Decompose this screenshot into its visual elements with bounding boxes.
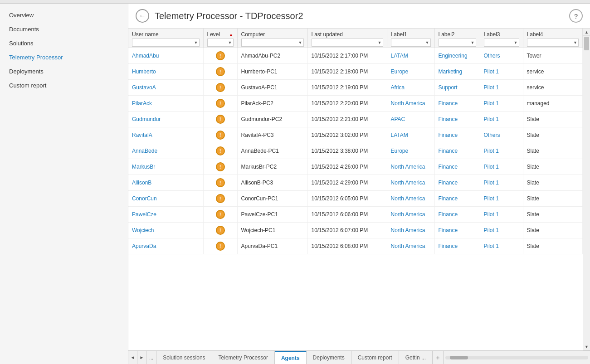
cell-label1[interactable]: North America bbox=[387, 175, 434, 191]
bottom-tab-solution-sessions[interactable]: Solution sessions bbox=[156, 351, 212, 364]
cell-computer[interactable]: AhmadAbu-PC2 bbox=[237, 48, 307, 64]
tab-next-btn[interactable]: ► bbox=[137, 351, 146, 364]
bottom-tab-gettin[interactable]: Gettin ... bbox=[399, 351, 433, 364]
filter-label1[interactable]: ▼ bbox=[391, 39, 431, 47]
cell-label1[interactable]: Europe bbox=[387, 64, 434, 80]
right-scrollbar[interactable]: ▲ ▼ bbox=[583, 29, 590, 350]
data-table-container[interactable]: User name▼Level▲▼Computer▼Last updated▼L… bbox=[128, 29, 583, 350]
cell-computer[interactable]: PilarAck-PC2 bbox=[237, 96, 307, 112]
filter-lastupdated[interactable]: ▼ bbox=[312, 39, 383, 47]
tab-scrollbar-thumb[interactable] bbox=[450, 356, 468, 359]
filter-username[interactable]: ▼ bbox=[132, 39, 200, 47]
cell-label1[interactable]: North America bbox=[387, 96, 434, 112]
col-header-lastupdated[interactable]: Last updated▼ bbox=[307, 29, 387, 48]
cell-computer[interactable]: Gudmundur-PC2 bbox=[237, 112, 307, 127]
filter-label3[interactable]: ▼ bbox=[484, 39, 519, 47]
cell-label2[interactable]: Marketing bbox=[434, 64, 480, 80]
cell-username[interactable]: MarkusBr bbox=[128, 159, 203, 175]
cell-label3[interactable]: Pilot 1 bbox=[480, 223, 523, 238]
col-header-label1[interactable]: Label1▼ bbox=[387, 29, 434, 48]
cell-username[interactable]: GustavoA bbox=[128, 80, 203, 96]
tab-prev-btn[interactable]: ◄ bbox=[128, 351, 137, 364]
cell-label3[interactable]: Others bbox=[480, 48, 523, 64]
cell-computer[interactable]: PawelCze-PC1 bbox=[237, 207, 307, 223]
help-button[interactable]: ? bbox=[569, 9, 583, 23]
cell-label2[interactable]: Finance bbox=[434, 207, 480, 223]
cell-label2[interactable]: Finance bbox=[434, 127, 480, 143]
cell-computer[interactable]: Wojciech-PC1 bbox=[237, 223, 307, 238]
cell-label1[interactable]: APAC bbox=[387, 112, 434, 127]
col-header-computer[interactable]: Computer▼ bbox=[237, 29, 307, 48]
cell-computer[interactable]: RavitalA-PC3 bbox=[237, 127, 307, 143]
sidebar-item-documents[interactable]: Documents bbox=[0, 22, 128, 36]
cell-username[interactable]: PawelCze bbox=[128, 207, 203, 223]
cell-label2[interactable]: Finance bbox=[434, 143, 480, 159]
cell-username[interactable]: AnnaBede bbox=[128, 143, 203, 159]
cell-label2[interactable]: Finance bbox=[434, 96, 480, 112]
cell-label1[interactable]: LATAM bbox=[387, 127, 434, 143]
cell-username[interactable]: Gudmundur bbox=[128, 112, 203, 127]
cell-label2[interactable]: Finance bbox=[434, 112, 480, 127]
cell-label2[interactable]: Finance bbox=[434, 191, 480, 207]
cell-label2[interactable]: Finance bbox=[434, 175, 480, 191]
cell-computer[interactable]: ApurvaDa-PC1 bbox=[237, 238, 307, 254]
bottom-tab-agents[interactable]: Agents bbox=[275, 351, 307, 364]
cell-label1[interactable]: Africa bbox=[387, 80, 434, 96]
cell-username[interactable]: PilarAck bbox=[128, 96, 203, 112]
cell-label3[interactable]: Pilot 1 bbox=[480, 80, 523, 96]
col-header-level[interactable]: Level▲▼ bbox=[203, 29, 237, 48]
cell-label1[interactable]: North America bbox=[387, 238, 434, 254]
back-button[interactable]: ← bbox=[136, 9, 149, 23]
tab-more-btn[interactable]: ... bbox=[146, 351, 156, 364]
cell-label3[interactable]: Pilot 1 bbox=[480, 238, 523, 254]
filter-label2[interactable]: ▼ bbox=[439, 39, 476, 47]
cell-label3[interactable]: Pilot 1 bbox=[480, 143, 523, 159]
cell-label2[interactable]: Finance bbox=[434, 223, 480, 238]
sidebar-item-overview[interactable]: Overview bbox=[0, 8, 128, 22]
cell-label3[interactable]: Pilot 1 bbox=[480, 96, 523, 112]
bottom-tab-telemetry-processor[interactable]: Telemetry Processor bbox=[212, 351, 275, 364]
cell-label1[interactable]: LATAM bbox=[387, 48, 434, 64]
cell-label1[interactable]: North America bbox=[387, 191, 434, 207]
cell-username[interactable]: ConorCun bbox=[128, 191, 203, 207]
sidebar-item-custom-report[interactable]: Custom report bbox=[0, 78, 128, 92]
cell-label1[interactable]: North America bbox=[387, 207, 434, 223]
col-header-label4[interactable]: Label4▼ bbox=[523, 29, 583, 48]
bottom-tab-deployments[interactable]: Deployments bbox=[307, 351, 351, 364]
cell-username[interactable]: RavitalA bbox=[128, 127, 203, 143]
cell-label1[interactable]: Europe bbox=[387, 143, 434, 159]
filter-computer[interactable]: ▼ bbox=[241, 39, 304, 47]
cell-label2[interactable]: Engineering bbox=[434, 48, 480, 64]
filter-level[interactable]: ▼ bbox=[207, 39, 234, 47]
cell-label3[interactable]: Others bbox=[480, 127, 523, 143]
cell-label1[interactable]: North America bbox=[387, 223, 434, 238]
sidebar-item-solutions[interactable]: Solutions bbox=[0, 36, 128, 50]
sidebar-item-deployments[interactable]: Deployments bbox=[0, 64, 128, 78]
cell-label2[interactable]: Finance bbox=[434, 238, 480, 254]
cell-computer[interactable]: AllisonB-PC3 bbox=[237, 175, 307, 191]
cell-label3[interactable]: Pilot 1 bbox=[480, 191, 523, 207]
cell-username[interactable]: AllisonB bbox=[128, 175, 203, 191]
col-header-label3[interactable]: Label3▼ bbox=[480, 29, 523, 48]
cell-username[interactable]: Wojciech bbox=[128, 223, 203, 238]
tab-add-btn[interactable]: + bbox=[433, 351, 444, 364]
cell-label2[interactable]: Finance bbox=[434, 159, 480, 175]
filter-label4[interactable]: ▼ bbox=[527, 39, 579, 47]
cell-label3[interactable]: Pilot 1 bbox=[480, 64, 523, 80]
cell-label3[interactable]: Pilot 1 bbox=[480, 112, 523, 127]
sidebar-item-telemetry-processor[interactable]: Telemetry Processor bbox=[0, 50, 128, 64]
cell-computer[interactable]: Humberto-PC1 bbox=[237, 64, 307, 80]
scroll-up-btn[interactable]: ▲ bbox=[583, 29, 590, 36]
scroll-down-btn[interactable]: ▼ bbox=[583, 343, 590, 350]
cell-label3[interactable]: Pilot 1 bbox=[480, 207, 523, 223]
cell-username[interactable]: AhmadAbu bbox=[128, 48, 203, 64]
cell-username[interactable]: Humberto bbox=[128, 64, 203, 80]
col-header-label2[interactable]: Label2▼ bbox=[434, 29, 480, 48]
col-header-username[interactable]: User name▼ bbox=[128, 29, 203, 48]
cell-computer[interactable]: AnnaBede-PC1 bbox=[237, 143, 307, 159]
cell-computer[interactable]: ConorCun-PC1 bbox=[237, 191, 307, 207]
cell-label3[interactable]: Pilot 1 bbox=[480, 159, 523, 175]
cell-label3[interactable]: Pilot 1 bbox=[480, 175, 523, 191]
cell-label1[interactable]: North America bbox=[387, 159, 434, 175]
cell-username[interactable]: ApurvaDa bbox=[128, 238, 203, 254]
